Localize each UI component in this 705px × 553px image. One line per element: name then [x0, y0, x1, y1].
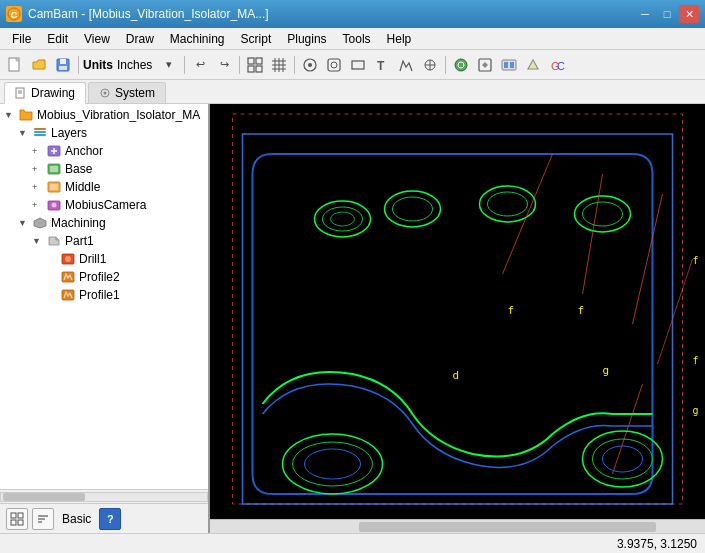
toolbar: Units Inches ▾ ↩ ↪ T GC	[0, 50, 705, 80]
svg-rect-45	[50, 166, 58, 172]
menu-edit[interactable]: Edit	[39, 28, 76, 49]
tab-system-label: System	[115, 86, 155, 100]
tool6[interactable]	[419, 54, 441, 76]
canvas-area[interactable]: f f d g f f g	[210, 104, 705, 533]
main-content: ▼ Mobius_Vibration_Isolator_MA ▼ Layers …	[0, 104, 705, 533]
tool1[interactable]	[299, 54, 321, 76]
units-dropdown-btn[interactable]: ▾	[158, 54, 180, 76]
middle-icon	[46, 179, 62, 195]
tree-item-base[interactable]: + Base	[0, 160, 208, 178]
menu-tools[interactable]: Tools	[335, 28, 379, 49]
tree-item-anchor[interactable]: + Anchor	[0, 142, 208, 160]
toggle-layers[interactable]: ▼	[18, 128, 32, 138]
panel-btn-sort[interactable]	[32, 508, 54, 530]
svg-text:d: d	[453, 369, 460, 382]
svg-point-52	[67, 258, 70, 261]
tree-item-layers[interactable]: ▼ Layers	[0, 124, 208, 142]
base-icon	[46, 161, 62, 177]
drawing-tab-icon	[15, 87, 27, 99]
tree-item-mobiuscamera[interactable]: + MobiusCamera	[0, 196, 208, 214]
tree-label-part1: Part1	[65, 234, 94, 248]
menu-file[interactable]: File	[4, 28, 39, 49]
toggle-drill1	[46, 254, 60, 264]
svg-rect-40	[34, 128, 46, 130]
svg-rect-5	[59, 66, 67, 70]
tree-label-machining: Machining	[51, 216, 106, 230]
menu-view[interactable]: View	[76, 28, 118, 49]
menu-script[interactable]: Script	[233, 28, 280, 49]
toggle-profile1	[46, 290, 60, 300]
svg-rect-30	[510, 62, 514, 68]
tab-drawing[interactable]: Drawing	[4, 82, 86, 104]
tree-label-profile2: Profile2	[79, 270, 120, 284]
tree-label-camera: MobiusCamera	[65, 198, 146, 212]
tree-item-profile1[interactable]: Profile1	[0, 286, 208, 304]
tree-label-middle: Middle	[65, 180, 100, 194]
tab-bar: Drawing System	[0, 80, 705, 104]
svg-rect-8	[248, 66, 254, 72]
left-panel: ▼ Mobius_Vibration_Isolator_MA ▼ Layers …	[0, 104, 210, 533]
svg-rect-56	[18, 513, 23, 518]
tool5[interactable]	[395, 54, 417, 76]
profile1-icon	[60, 287, 76, 303]
menu-machining[interactable]: Machining	[162, 28, 233, 49]
system-tab-icon	[99, 87, 111, 99]
menu-help[interactable]: Help	[379, 28, 420, 49]
toggle-camera[interactable]: +	[32, 200, 46, 210]
tree-label-base: Base	[65, 162, 92, 176]
save-button[interactable]	[52, 54, 74, 76]
svg-rect-18	[328, 59, 340, 71]
tool8[interactable]	[474, 54, 496, 76]
svg-rect-4	[60, 59, 66, 64]
menu-draw[interactable]: Draw	[118, 28, 162, 49]
tree-item-machining[interactable]: ▼ Machining	[0, 214, 208, 232]
grid2-btn[interactable]	[268, 54, 290, 76]
tree-item-root[interactable]: ▼ Mobius_Vibration_Isolator_MA	[0, 106, 208, 124]
svg-rect-62	[213, 104, 703, 533]
tool10[interactable]	[522, 54, 544, 76]
tree-label-root: Mobius_Vibration_Isolator_MA	[37, 108, 200, 122]
maximize-button[interactable]: □	[657, 5, 677, 23]
toggle-root[interactable]: ▼	[4, 110, 18, 120]
folder-icon-root	[18, 107, 34, 123]
tree-item-profile2[interactable]: Profile2	[0, 268, 208, 286]
tool9[interactable]	[498, 54, 520, 76]
toggle-anchor[interactable]: +	[32, 146, 46, 156]
tree-item-drill1[interactable]: Drill1	[0, 250, 208, 268]
tool11[interactable]: GC	[546, 54, 568, 76]
tree-scrollbar[interactable]	[0, 489, 208, 503]
tool3[interactable]	[347, 54, 369, 76]
tool4[interactable]: T	[371, 54, 393, 76]
tree-item-middle[interactable]: + Middle	[0, 178, 208, 196]
toggle-middle[interactable]: +	[32, 182, 46, 192]
svg-rect-29	[504, 62, 508, 68]
grid-btn[interactable]	[244, 54, 266, 76]
minimize-button[interactable]: ─	[635, 5, 655, 23]
tool7[interactable]	[450, 54, 472, 76]
profile2-icon	[60, 269, 76, 285]
toggle-base[interactable]: +	[32, 164, 46, 174]
toggle-machining[interactable]: ▼	[18, 218, 32, 228]
basic-label: Basic	[62, 512, 91, 526]
close-button[interactable]: ✕	[679, 5, 699, 23]
help-button[interactable]: ?	[99, 508, 121, 530]
redo-button[interactable]: ↪	[213, 54, 235, 76]
tree-item-part1[interactable]: ▼ Part1	[0, 232, 208, 250]
camera-icon	[46, 197, 62, 213]
menu-plugins[interactable]: Plugins	[279, 28, 334, 49]
tab-system[interactable]: System	[88, 82, 166, 103]
svg-rect-6	[248, 58, 254, 64]
tool2[interactable]	[323, 54, 345, 76]
undo-button[interactable]: ↩	[189, 54, 211, 76]
toggle-part1[interactable]: ▼	[32, 236, 46, 246]
svg-rect-57	[11, 520, 16, 525]
open-button[interactable]	[28, 54, 50, 76]
new-button[interactable]	[4, 54, 26, 76]
svg-point-37	[104, 92, 107, 95]
toggle-profile2	[46, 272, 60, 282]
tree-area[interactable]: ▼ Mobius_Vibration_Isolator_MA ▼ Layers …	[0, 104, 208, 489]
tab-drawing-label: Drawing	[31, 86, 75, 100]
tree-label-drill1: Drill1	[79, 252, 106, 266]
canvas-hscroll[interactable]	[210, 519, 705, 533]
panel-btn-grid[interactable]	[6, 508, 28, 530]
